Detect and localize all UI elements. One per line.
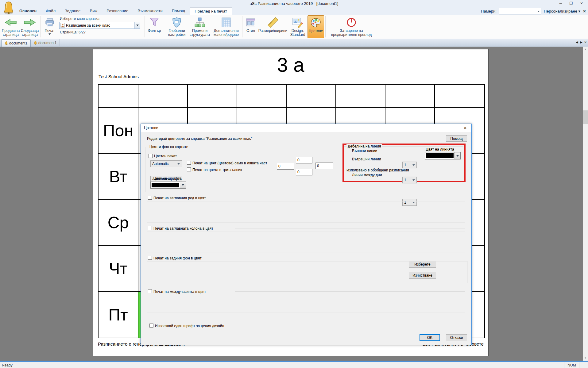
chevron-down-icon (537, 11, 540, 12)
design-button[interactable]: Design: Standard (288, 15, 308, 38)
cancel-button[interactable]: Откажи (446, 334, 467, 341)
inner-lines-select[interactable]: 1 (402, 177, 417, 183)
colors-button[interactable]: Цветове (308, 15, 324, 38)
extra-columns-button[interactable]: Допълнителни колони/редове (211, 15, 241, 38)
ok-button[interactable]: OK (420, 334, 440, 341)
font-color-label: Цвят на шрифта (153, 176, 182, 181)
header-row-color-checkbox[interactable] (148, 196, 152, 200)
chevron-down-icon: ▾ (578, 9, 581, 13)
offset-left-input[interactable] (277, 163, 294, 170)
offset-top-input[interactable] (296, 157, 312, 163)
chevron-down-icon[interactable] (180, 182, 186, 188)
app-bell-icon[interactable] (2, 1, 15, 15)
next-page-button[interactable]: Следваща страница (20, 15, 39, 38)
document-tab-bar: document1 document1 ◀ ▶ ✕ (0, 39, 588, 47)
menu-tab-vazmozhnosti[interactable]: Възможности (133, 7, 167, 15)
help-button[interactable]: Помощ (446, 135, 467, 142)
report-select[interactable]: Разписание за всеки клас (59, 22, 140, 29)
window-style-icon (246, 17, 256, 28)
menu-tab-pomosht[interactable]: Помощ (167, 7, 190, 15)
offset-bottom-input[interactable] (296, 169, 312, 175)
inner-lines-label: Вътрешни линии (352, 157, 381, 161)
change-structure-button[interactable]: Промени структурата (188, 15, 211, 38)
menu-tab-osnoven[interactable]: Основен (15, 7, 41, 15)
dialog-title-bar[interactable]: Цветове ✕ (141, 124, 471, 132)
dialog-close-icon[interactable]: ✕ (462, 125, 469, 131)
between-days-label: Линии между дни (352, 173, 382, 177)
maximize-button[interactable]: ❐ (566, 0, 576, 7)
org-chart-icon (194, 17, 205, 28)
sizes-button[interactable]: Размери/ширини (258, 15, 288, 38)
ribbon-separator (325, 16, 326, 37)
background-color-checkbox[interactable] (148, 256, 152, 260)
offset-right-input[interactable] (315, 163, 333, 169)
person-icon (60, 23, 65, 28)
scroll-down-icon[interactable]: ▼ (583, 355, 588, 361)
section-rule (235, 228, 465, 228)
scrollbar-thumb[interactable] (583, 110, 588, 124)
card-color-select-1[interactable]: Automatic (150, 160, 182, 167)
style-button[interactable]: Стил (244, 15, 258, 38)
color-print-label: Цветен печат (154, 154, 177, 158)
background-color-label: Печат на задния фон в цвят (153, 256, 202, 260)
day-label: Вт (99, 154, 138, 200)
breaks-color-checkbox[interactable] (148, 289, 152, 293)
header-column-color-label: Печат на заглавната колона в цвят (153, 226, 213, 231)
section-panel (147, 232, 465, 252)
menu-tab-razpisanie[interactable]: Разписание (102, 7, 133, 15)
table-cell (99, 85, 138, 108)
menu-tab-pregled-na-pechat[interactable]: Преглед на печат (190, 7, 232, 15)
chevron-down-icon[interactable] (455, 152, 460, 159)
filter-button[interactable]: Филтър (146, 15, 163, 38)
document-tab-1[interactable]: document1 (1, 39, 31, 47)
color-print-checkbox[interactable] (149, 154, 153, 158)
menu-tab-fail[interactable]: Файл (41, 7, 60, 15)
left-part-checkbox[interactable] (187, 161, 191, 165)
print-button[interactable]: Печат (42, 15, 57, 38)
menu-bar: Основен Файл Задание Виж Разписание Възм… (0, 7, 588, 15)
chevron-down-icon (412, 179, 415, 181)
close-button[interactable]: ✕ (576, 0, 587, 7)
minimize-button[interactable]: ─ (555, 0, 566, 7)
ruler-icon (267, 17, 279, 28)
day-label: Чт (99, 246, 138, 292)
menu-tab-vizh[interactable]: Виж (85, 7, 102, 15)
outer-lines-select[interactable]: 1 (402, 162, 417, 168)
menu-tab-zadanie[interactable]: Задание (60, 7, 85, 15)
chevron-down-icon (134, 22, 140, 29)
triangle-checkbox[interactable] (187, 167, 191, 171)
menu-right-cluster: Намери: Персонализиране ▾ ✕ (481, 8, 586, 14)
shield-icon (172, 17, 182, 28)
vertical-scrollbar[interactable]: ▲ ▼ (583, 47, 588, 361)
ribbon-close-icon[interactable]: ✕ (583, 9, 586, 13)
menu-tabs: Основен Файл Задание Виж Разписание Възм… (15, 7, 232, 15)
personalize-menu[interactable]: Персонализиране ▾ (544, 9, 580, 13)
document-tab-2[interactable]: document1 (31, 39, 60, 46)
single-font-checkbox[interactable] (149, 324, 153, 328)
ribbon-separator (145, 16, 145, 37)
scroll-up-icon[interactable]: ▲ (583, 47, 588, 52)
outer-lines-label: Външни линии (352, 149, 377, 153)
line-color-picker[interactable] (425, 152, 461, 159)
left-part-label: Печат на цвят (цветове) само в лявата ча… (192, 161, 267, 165)
section-panel (147, 295, 465, 312)
find-input[interactable] (499, 8, 541, 14)
page-indicator: Страница: 6/27 (60, 30, 86, 34)
arrow-right-icon (23, 17, 37, 28)
day-label: Ср (99, 200, 138, 246)
close-preview-button[interactable]: Затваряне на предварителен преглед (327, 15, 376, 38)
grid-icon (222, 17, 231, 28)
arrow-left-icon (4, 17, 17, 28)
choose-button[interactable]: Изберете (409, 261, 436, 268)
header-column-color-checkbox[interactable] (148, 226, 152, 230)
previous-page-button[interactable]: Предишна страница (1, 15, 20, 38)
tab-scroll-right-icon[interactable]: ▶ (580, 40, 582, 44)
ribbon: Предишна страница Следваща страница Печа… (0, 15, 588, 39)
tab-close-icon[interactable]: ✕ (584, 40, 587, 44)
color-swatch-black (426, 153, 454, 158)
font-color-picker[interactable] (150, 182, 186, 189)
global-settings-button[interactable]: Глобални настройки (165, 15, 188, 38)
clear-button[interactable]: Изчистване (409, 272, 436, 279)
tab-scroll-left-icon[interactable]: ◀ (576, 40, 578, 44)
ribbon-separator (242, 16, 242, 37)
